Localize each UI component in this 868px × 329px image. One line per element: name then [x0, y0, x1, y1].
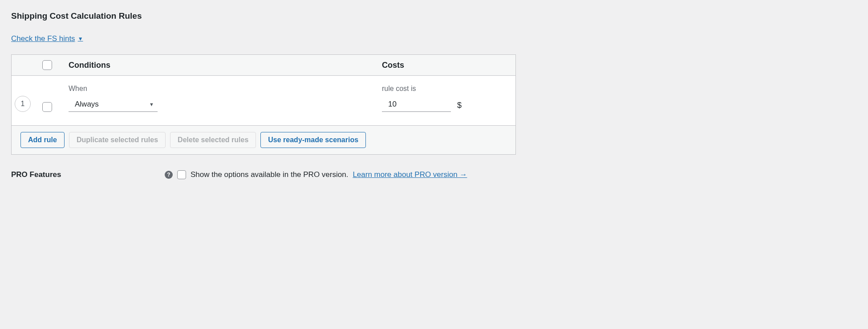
hints-link[interactable]: Check the FS hints ▼ [11, 34, 83, 43]
row-conditions: When Always ▼ [61, 85, 382, 112]
row-costs: rule cost is $ [382, 85, 515, 112]
help-icon[interactable]: ? [165, 171, 173, 179]
rules-table: Conditions Costs 1 When Always ▼ rule co… [11, 54, 516, 155]
table-header: Conditions Costs [12, 55, 515, 76]
add-rule-button[interactable]: Add rule [20, 132, 65, 148]
triangle-down-icon: ▼ [78, 36, 83, 42]
table-row: 1 When Always ▼ rule cost is $ [12, 76, 515, 125]
when-label: When [69, 85, 382, 93]
delete-rules-button[interactable]: Delete selected rules [170, 132, 256, 148]
header-costs: Costs [382, 61, 515, 70]
cost-field-wrap: $ [382, 97, 515, 112]
col-select-all [34, 60, 61, 70]
currency-symbol: $ [457, 101, 462, 112]
row-number-wrap: 1 [12, 96, 34, 112]
header-conditions: Conditions [61, 61, 382, 70]
cost-input[interactable] [382, 97, 451, 112]
row-number: 1 [15, 96, 31, 112]
pro-text: Show the options available in the PRO ve… [191, 170, 348, 179]
row-checkbox[interactable] [42, 102, 52, 112]
pro-content: ? Show the options available in the PRO … [165, 170, 467, 179]
pro-features-label: PRO Features [11, 170, 165, 179]
section-title: Shipping Cost Calculation Rules [11, 11, 857, 21]
pro-learn-more-link[interactable]: Learn more about PRO version → [353, 170, 467, 179]
hints-link-label: Check the FS hints [11, 34, 75, 43]
pro-section: PRO Features ? Show the options availabl… [11, 170, 857, 179]
cost-label: rule cost is [382, 85, 515, 93]
table-footer: Add rule Duplicate selected rules Delete… [12, 125, 515, 154]
row-check [34, 102, 61, 112]
condition-value: Always [75, 100, 99, 109]
condition-select[interactable]: Always ▼ [69, 97, 158, 112]
scenarios-button[interactable]: Use ready-made scenarios [260, 132, 366, 148]
caret-down-icon: ▼ [149, 102, 154, 107]
select-all-checkbox[interactable] [42, 60, 52, 70]
duplicate-rules-button[interactable]: Duplicate selected rules [69, 132, 166, 148]
pro-checkbox[interactable] [177, 170, 186, 179]
